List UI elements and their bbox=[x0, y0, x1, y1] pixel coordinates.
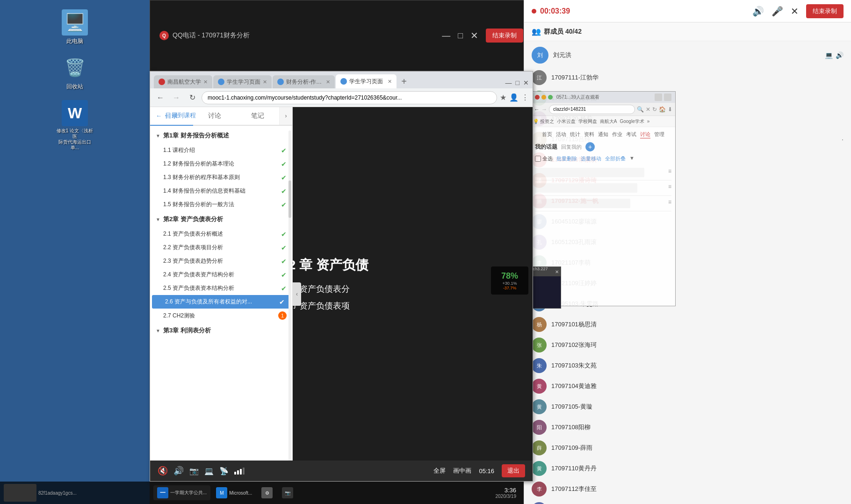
chapter-1-header[interactable]: ▼ 第1章 财务报告分析概述 bbox=[150, 128, 292, 144]
bm-1[interactable]: 💡 投资之 bbox=[533, 118, 554, 125]
sec-dl[interactable]: ⬇ bbox=[668, 106, 672, 113]
taskbar-item-3[interactable]: ⚙ bbox=[258, 485, 276, 500]
member-item-14[interactable]: 张 17097102张海珂 bbox=[524, 335, 851, 355]
toc-collapse-btn[interactable]: ‹ bbox=[293, 282, 301, 306]
toc-item-2-5[interactable]: 2.5 资产负债表资本结构分析 ✔ bbox=[150, 281, 292, 295]
fullscreen-label[interactable]: 全屏 bbox=[433, 467, 446, 475]
toc-item-1-5[interactable]: 1.5 财务报告分析的一般方法 ✔ bbox=[150, 198, 292, 211]
menu-icon[interactable]: ⋮ bbox=[521, 93, 529, 102]
pip-label[interactable]: 画中画 bbox=[453, 467, 471, 475]
disc-item-3[interactable]: ≡ bbox=[535, 196, 671, 211]
tab-close-student2[interactable]: ✕ bbox=[388, 79, 392, 85]
sec-nav-manage[interactable]: 管理 bbox=[654, 131, 664, 138]
disc-item-1[interactable]: ≡ bbox=[535, 165, 671, 180]
taskbar-item-2[interactable]: M Microsoft... bbox=[212, 485, 256, 500]
member-item-host[interactable]: 刘 刘元洪 💻 🔊 bbox=[524, 43, 851, 67]
sec-home[interactable]: 🏠 bbox=[659, 106, 666, 113]
tab-finance[interactable]: 财务分析-作业... ✕ bbox=[273, 75, 335, 88]
browser-minimize[interactable]: — bbox=[505, 79, 512, 86]
taskbar-thumbnail[interactable] bbox=[4, 484, 36, 502]
taskbar-item-1[interactable]: 一 一学期大学公共... bbox=[153, 485, 210, 500]
tab-new-btn[interactable]: + bbox=[397, 75, 411, 88]
tab-close-nanchang[interactable]: ✕ bbox=[203, 79, 208, 85]
rp-close-icon[interactable]: ✕ bbox=[791, 6, 799, 17]
chapter-3-header[interactable]: ▼ 第3章 利润表分析 bbox=[150, 323, 292, 338]
tab-student1[interactable]: 学生学习页面 ✕ bbox=[213, 75, 272, 88]
address-bar[interactable] bbox=[202, 91, 497, 104]
bm-more[interactable]: » bbox=[647, 119, 650, 124]
qq-maximize-btn[interactable]: □ bbox=[458, 31, 463, 41]
sec-search[interactable]: 🔍 bbox=[637, 106, 644, 113]
filter-set[interactable]: 批量删除 bbox=[556, 155, 577, 162]
member-item-19[interactable]: 薛 17097109-薛雨 bbox=[524, 438, 851, 458]
member-item-17[interactable]: 黄 17097105-黄璇 bbox=[524, 396, 851, 417]
desktop-icon-recycle[interactable]: 🗑️ 回收站 bbox=[56, 55, 94, 91]
filter-all[interactable]: 全选 bbox=[535, 155, 553, 162]
member-item-15[interactable]: 朱 17097103朱文苑 bbox=[524, 355, 851, 376]
sec-maximize[interactable] bbox=[548, 95, 553, 100]
member-item-1[interactable]: 江 17097111-江勃华 bbox=[524, 67, 851, 88]
toc-item-1-2[interactable]: 1.2 财务报告分析的基本理论 ✔ bbox=[150, 157, 292, 171]
sec-close[interactable] bbox=[535, 95, 540, 100]
disc-item-2[interactable]: ≡ bbox=[535, 180, 671, 196]
desktop-icon-word[interactable]: W 修改1 论文〈浅析医际货代海运出口单... bbox=[56, 100, 94, 151]
sec-nav-disc[interactable]: 讨论 bbox=[640, 131, 650, 138]
back-btn[interactable]: ← bbox=[154, 91, 167, 104]
toc-item-2-1[interactable]: 2.1 资产负债表分析概述 ✔ bbox=[150, 227, 292, 241]
taskbar-item-4[interactable]: 📷 bbox=[278, 485, 297, 500]
sec-nav-exam[interactable]: 考试 bbox=[626, 131, 636, 138]
sec-refresh[interactable]: ↻ bbox=[652, 106, 657, 113]
rp-end-recording-btn[interactable]: 结束录制 bbox=[806, 4, 844, 18]
toc-item-2-4[interactable]: 2.4 资产负债表资产结构分析 ✔ bbox=[150, 268, 292, 281]
filter-hide[interactable]: 全部折叠 bbox=[605, 155, 626, 162]
back-to-course[interactable]: ← ← 回到课程 bbox=[150, 107, 202, 124]
add-discussion[interactable]: + bbox=[585, 142, 595, 151]
volume-btn[interactable]: 🔊 bbox=[173, 466, 184, 476]
toc-item-1-1[interactable]: 1.1 课程介绍 ✔ bbox=[150, 144, 292, 157]
sec-nav-stats[interactable]: 统计 bbox=[570, 131, 580, 138]
tab-nanchang[interactable]: 南昌航空大学 ✕ bbox=[154, 75, 212, 88]
member-item-20[interactable]: 黄 17097110黄丹丹 bbox=[524, 458, 851, 479]
sec-nav-notice[interactable]: 通知 bbox=[598, 131, 608, 138]
member-item-18[interactable]: 阳 17097108阳柳 bbox=[524, 417, 851, 438]
bm-5[interactable]: Google学术 bbox=[620, 118, 644, 125]
browser-maximize[interactable]: □ bbox=[516, 79, 519, 86]
broadcast-btn[interactable]: 📡 bbox=[219, 467, 229, 475]
ppt-close[interactable]: ✕ bbox=[555, 269, 559, 274]
bm-2[interactable]: 小米云盘 bbox=[557, 118, 576, 125]
video-off-btn[interactable]: 📷 bbox=[189, 467, 199, 475]
toc-item-2-6-active[interactable]: 2.6 资产与负债及所有者权益的对... ✔ bbox=[152, 295, 290, 309]
bookmark-icon[interactable]: ★ bbox=[500, 93, 506, 102]
sec-minimize[interactable] bbox=[541, 95, 546, 100]
toc-item-1-4[interactable]: 1.4 财务报告分析的信息资料基础 ✔ bbox=[150, 184, 292, 198]
qq-end-recording-btn[interactable]: 结束录制 bbox=[486, 29, 523, 43]
toc-next-arrow[interactable]: › bbox=[279, 107, 292, 125]
reply-topics[interactable]: 回复我的 bbox=[561, 144, 582, 151]
exit-btn[interactable]: 退出 bbox=[502, 464, 525, 477]
sec-nav-material[interactable]: 资料 bbox=[584, 131, 594, 138]
user-icon[interactable]: 👤 bbox=[509, 93, 519, 102]
toc-tab-notes[interactable]: 笔记 bbox=[236, 107, 279, 125]
sec-address[interactable] bbox=[549, 105, 635, 114]
desktop-icon-pc[interactable]: 🖥️ 此电脑 bbox=[56, 9, 94, 45]
toc-item-2-2[interactable]: 2.2 资产负债表项目分析 ✔ bbox=[150, 241, 292, 254]
screen-btn[interactable]: 💻 bbox=[204, 467, 214, 475]
sec-x[interactable]: ✕ bbox=[646, 106, 650, 113]
toc-scrollbar-track[interactable] bbox=[288, 130, 291, 461]
refresh-btn[interactable]: ↻ bbox=[186, 91, 199, 104]
member-item-22[interactable]: 刘 17097113刘芳迪 bbox=[524, 499, 851, 504]
volume-icon[interactable]: 🔊 bbox=[752, 6, 764, 17]
sec-back[interactable]: ← bbox=[534, 106, 540, 113]
tab-close-student1[interactable]: ✕ bbox=[263, 79, 267, 85]
chapter-2-header[interactable]: ▼ 第2章 资产负债表分析 bbox=[150, 211, 292, 227]
toc-item-1-3[interactable]: 1.3 财务分析的程序和基本原则 ✔ bbox=[150, 171, 292, 184]
filter-toggle[interactable]: ▼ bbox=[629, 155, 635, 162]
mic-icon[interactable]: 🎤 bbox=[772, 6, 783, 17]
member-item-13[interactable]: 杨 17097101杨思清 bbox=[524, 314, 851, 335]
filter-move[interactable]: 选量移动 bbox=[581, 155, 601, 162]
qq-close-btn[interactable]: ✕ bbox=[470, 30, 478, 41]
toc-scrollbar-thumb[interactable] bbox=[288, 180, 291, 218]
forward-btn[interactable]: → bbox=[170, 91, 183, 104]
sec-nav-hw[interactable]: 作业 bbox=[612, 131, 622, 138]
toc-item-2-3[interactable]: 2.3 资产负债表趋势分析 ✔ bbox=[150, 254, 292, 268]
